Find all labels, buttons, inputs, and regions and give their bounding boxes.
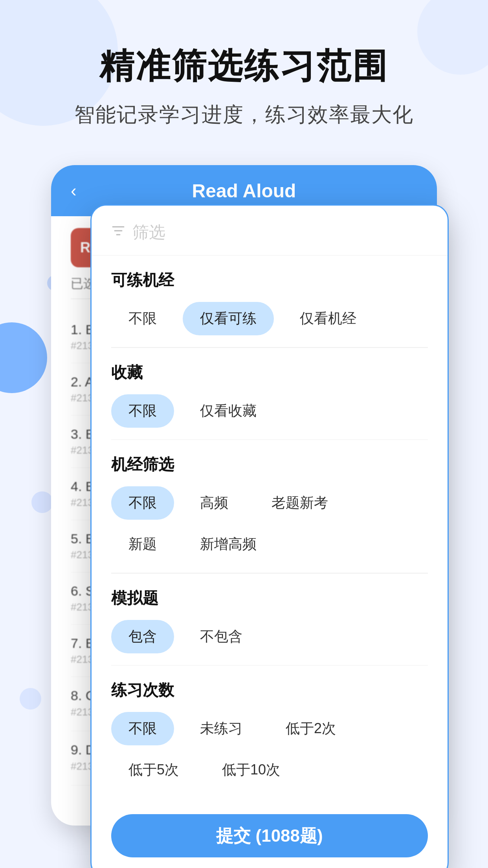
back-icon[interactable]: ‹: [71, 181, 77, 200]
filter-placeholder: 筛选: [132, 221, 165, 243]
section-mock: 模拟题 包含 不包含: [92, 574, 448, 665]
section-jijing: 机经筛选 不限 高频 老题新考 新题 新增高频: [92, 440, 448, 573]
screen-title: Read Aloud: [192, 180, 296, 202]
options-row-mock: 包含 不包含: [111, 620, 428, 653]
submit-button[interactable]: 提交 (1088题): [111, 814, 428, 857]
page-header: 精准筛选练习范围 智能记录学习进度，练习效率最大化: [0, 47, 488, 129]
filter-icon: [111, 224, 125, 241]
section-practice-count: 练习次数 不限 未练习 低于2次 低于5次 低于10次: [92, 666, 448, 798]
option-less-2[interactable]: 低于2次: [268, 712, 353, 745]
option-only-jijing[interactable]: 仅看机经: [283, 302, 374, 335]
option-high-freq[interactable]: 高频: [183, 486, 246, 520]
bg-circle-small-2: [31, 491, 53, 513]
section-label-collect: 收藏: [111, 362, 428, 383]
section-label-kelianjijing: 可练机经: [111, 269, 428, 291]
section-label-practice: 练习次数: [111, 679, 428, 701]
options-row-collect: 不限 仅看收藏: [111, 394, 428, 428]
option-less-5[interactable]: 低于5次: [111, 753, 196, 787]
option-old-new[interactable]: 老题新考: [254, 486, 345, 520]
bg-circle-mid-left: [0, 322, 47, 393]
submit-btn-area: 提交 (1088题): [92, 798, 448, 865]
option-less-10[interactable]: 低于10次: [205, 753, 297, 787]
filter-modal: 筛选 可练机经 不限 仅看可练 仅看机经 收藏 不限 仅看收藏 机经筛选 不限: [90, 204, 449, 868]
phone-container: ‹ Read Aloud RA 已选题目 0 1. Book ch #213 2…: [51, 165, 437, 837]
option-exclude[interactable]: 不包含: [183, 620, 260, 653]
options-row-jijing-1: 不限 高频 老题新考: [111, 486, 428, 520]
option-unlimited-3[interactable]: 不限: [111, 486, 174, 520]
option-unlimited-2[interactable]: 不限: [111, 394, 174, 428]
section-label-mock: 模拟题: [111, 587, 428, 609]
section-label-jijing: 机经筛选: [111, 454, 428, 475]
option-new-high-freq[interactable]: 新增高频: [183, 528, 274, 561]
section-collect: 收藏 不限 仅看收藏: [92, 348, 448, 440]
bg-circle-small-3: [20, 688, 41, 710]
section-kelianjijing: 可练机经 不限 仅看可练 仅看机经: [92, 256, 448, 347]
options-row-practice-2: 低于5次 低于10次: [111, 753, 428, 787]
options-row-practice-1: 不限 未练习 低于2次: [111, 712, 428, 745]
option-unlimited-1[interactable]: 不限: [111, 302, 174, 335]
option-not-practiced[interactable]: 未练习: [183, 712, 260, 745]
main-title: 精准筛选练习范围: [0, 47, 488, 85]
option-unlimited-5[interactable]: 不限: [111, 712, 174, 745]
option-new-q[interactable]: 新题: [111, 528, 174, 561]
option-only-practice[interactable]: 仅看可练: [183, 302, 274, 335]
options-row: 不限 仅看可练 仅看机经: [111, 302, 428, 335]
option-include[interactable]: 包含: [111, 620, 174, 653]
option-only-collect[interactable]: 仅看收藏: [183, 394, 274, 428]
filter-header: 筛选: [92, 206, 448, 256]
options-row-jijing-2: 新题 新增高频: [111, 528, 428, 561]
sub-title: 智能记录学习进度，练习效率最大化: [0, 101, 488, 129]
